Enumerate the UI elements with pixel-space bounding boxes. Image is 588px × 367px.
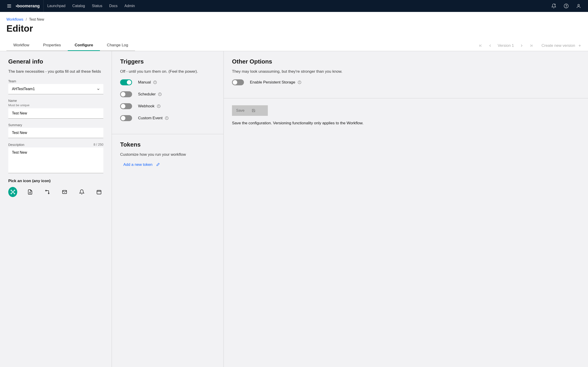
version-next-icon[interactable] [519, 44, 524, 48]
menu-button[interactable] [4, 0, 15, 11]
svg-point-13 [14, 190, 15, 191]
nav-catalog[interactable]: Catalog [72, 4, 85, 8]
svg-rect-25 [97, 190, 101, 194]
nav-admin[interactable]: Admin [124, 4, 135, 8]
svg-point-14 [11, 193, 12, 194]
version-prev-icon[interactable] [488, 44, 492, 48]
brand-text: boomerang [17, 4, 40, 8]
icon-option-path[interactable] [43, 187, 52, 197]
svg-point-31 [155, 81, 155, 82]
description-label: Description [8, 143, 24, 147]
toggle-webhook[interactable] [120, 103, 132, 109]
toggle-customevent-label: Custom Event [138, 116, 163, 120]
add-token-button[interactable]: Add a new token [120, 162, 215, 167]
svg-point-4 [564, 4, 568, 8]
save-note: Save the configuration. Versioning funct… [232, 120, 580, 126]
notifications-icon[interactable] [551, 3, 557, 9]
toggle-webhook-label: Webhook [138, 104, 155, 108]
version-label: Version 1 [498, 43, 514, 48]
breadcrumb: Workflows / Test New [6, 17, 582, 22]
svg-line-19 [13, 192, 14, 193]
breadcrumb-sep: / [24, 17, 28, 21]
toggle-manual-label: Manual [138, 80, 151, 85]
name-help: Must be unique [8, 103, 103, 107]
svg-point-43 [299, 81, 300, 82]
svg-point-5 [566, 7, 566, 7]
save-button-label: Save [236, 108, 244, 113]
info-icon[interactable] [157, 104, 161, 108]
triggers-title: Triggers [120, 58, 215, 65]
icon-option-bell[interactable] [77, 187, 86, 197]
svg-line-17 [13, 191, 14, 192]
nav-docs[interactable]: Docs [109, 4, 117, 8]
other-title: Other Options [232, 58, 580, 65]
name-input[interactable] [8, 108, 103, 119]
info-icon[interactable] [298, 81, 301, 84]
version-last-icon[interactable] [529, 44, 533, 48]
info-icon[interactable] [165, 116, 169, 120]
save-button[interactable]: Save [232, 105, 268, 116]
brand-glyph-icon: ›› [16, 4, 16, 8]
icon-option-mail[interactable] [60, 187, 69, 197]
svg-point-22 [45, 190, 46, 191]
svg-point-23 [48, 193, 49, 194]
plus-icon [578, 44, 582, 48]
page-title: Editor [6, 23, 582, 34]
icon-picker-label: Pick an icon (any icon) [8, 179, 103, 183]
breadcrumb-workflows[interactable]: Workflows [6, 17, 23, 21]
svg-point-34 [160, 93, 160, 94]
toggle-customevent[interactable] [120, 115, 132, 121]
team-select[interactable] [8, 84, 103, 94]
tab-workflow[interactable]: Workflow [6, 40, 36, 51]
toggle-scheduler[interactable] [120, 91, 132, 97]
svg-point-3 [555, 4, 556, 5]
summary-input[interactable] [8, 128, 103, 138]
svg-point-37 [158, 105, 159, 106]
nav-launchpad[interactable]: Launchpad [47, 4, 65, 8]
general-subtitle: The bare necessities - you gotta fill ou… [8, 69, 103, 74]
info-icon[interactable] [153, 81, 157, 84]
create-version-button[interactable]: Create new version [539, 43, 582, 48]
svg-point-40 [166, 117, 167, 117]
brand-logo[interactable]: ›› boomerang [15, 0, 44, 12]
tab-changelog[interactable]: Change Log [100, 40, 135, 51]
help-icon[interactable] [563, 3, 569, 9]
toggle-persistent-storage-label: Enable Persistent Storage [250, 80, 295, 85]
toggle-scheduler-label: Scheduler [138, 92, 156, 97]
toggle-manual[interactable] [120, 79, 132, 85]
tab-properties[interactable]: Properties [36, 40, 68, 51]
other-subtitle: They may look unassuming, but they're st… [232, 69, 580, 74]
user-icon[interactable] [576, 3, 582, 9]
add-token-label: Add a new token [123, 162, 153, 167]
save-icon [252, 109, 255, 112]
icon-option-document[interactable] [26, 187, 35, 197]
svg-point-15 [14, 193, 15, 194]
triggers-subtitle: Off - until you turn them on. (Feel the … [120, 69, 215, 74]
create-version-label: Create new version [542, 43, 575, 48]
svg-line-16 [12, 191, 12, 192]
description-textarea[interactable] [8, 148, 103, 173]
breadcrumb-current: Test New [29, 17, 44, 21]
tokens-subtitle: Customize how you run your workflow [120, 152, 215, 157]
team-label: Team [8, 79, 103, 83]
svg-line-18 [12, 192, 12, 193]
tab-configure[interactable]: Configure [68, 40, 100, 51]
toggle-persistent-storage[interactable] [232, 79, 244, 85]
version-first-icon[interactable] [478, 44, 483, 48]
svg-point-6 [578, 4, 579, 6]
icon-option-flow[interactable] [8, 187, 17, 197]
summary-label: Summary [8, 123, 103, 127]
icon-option-calendar[interactable] [95, 187, 103, 197]
name-label: Name [8, 99, 103, 102]
tokens-title: Tokens [120, 141, 215, 148]
edit-icon [156, 163, 160, 167]
info-icon[interactable] [158, 92, 162, 96]
description-counter: 8 / 250 [94, 143, 103, 146]
nav-status[interactable]: Status [92, 4, 102, 8]
general-title: General info [8, 58, 103, 65]
svg-point-12 [11, 190, 12, 191]
